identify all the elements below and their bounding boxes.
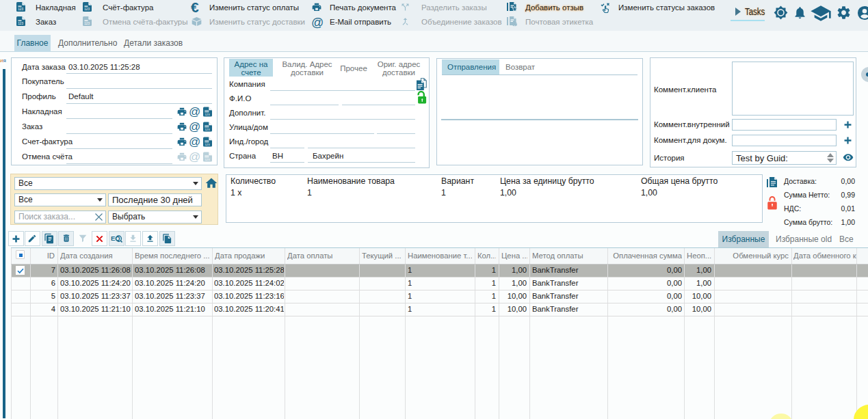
svg-text:123: 123 [205,113,210,116]
svg-text:123: 123 [205,158,210,161]
svg-text:123: 123 [84,8,90,11]
svg-text:123: 123 [205,128,210,131]
svg-text:123: 123 [84,22,90,25]
svg-text:123: 123 [18,22,23,25]
svg-text:123: 123 [18,8,23,11]
svg-text:123: 123 [205,143,210,146]
